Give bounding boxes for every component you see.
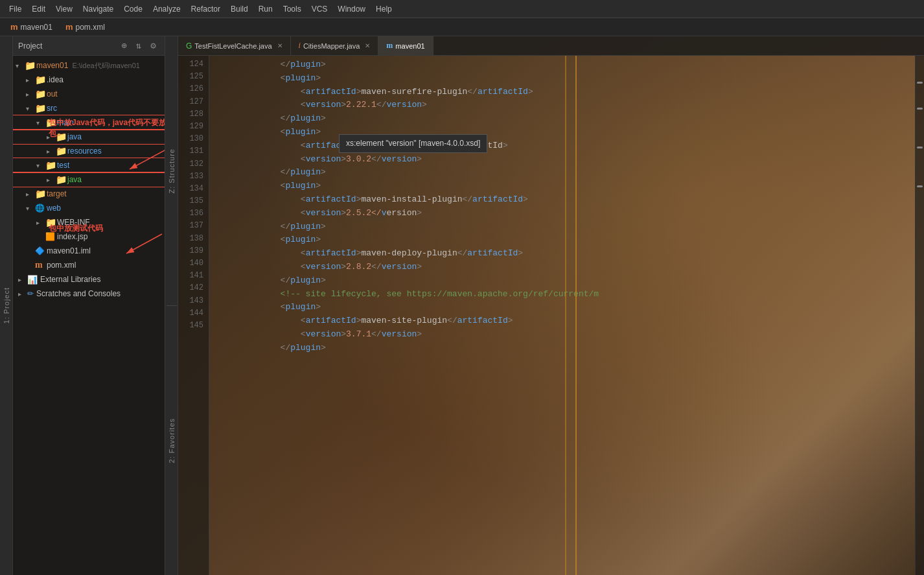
project-panel-label: 1: Project — [3, 287, 10, 323]
project-tab-maven01[interactable]: m maven01 — [5, 21, 58, 33]
tree-item-test[interactable]: ▾ 📁 test — [13, 158, 178, 172]
folder-icon: 📁 — [35, 189, 47, 199]
side-panel-tabs: Z: Structure 2: Favorites — [165, 36, 178, 575]
code-line-136: </plugin> — [220, 220, 915, 234]
sidebar-left-label[interactable]: 1: Project — [0, 36, 13, 575]
tree-label-target: target — [47, 189, 67, 198]
scratches-icon: ✏ — [27, 289, 34, 298]
tree-item-main[interactable]: ▾ 📁 main — [13, 115, 178, 130]
scroll-marker-3 — [917, 147, 923, 148]
folder-icon: 📁 — [45, 160, 57, 170]
structure-label: Z: Structure — [168, 148, 176, 193]
tree-label-iml: maven01.iml — [47, 246, 91, 255]
tree-label-src: src — [47, 104, 57, 113]
tree-path: E:\idea代码\maven01 — [72, 61, 140, 71]
code-line-134: <artifactId>maven-install-plugin</artifa… — [220, 193, 915, 207]
sidebar-settings-icon[interactable]: ⚙ — [148, 39, 157, 53]
folder-icon: 📁 — [35, 103, 47, 113]
code-line-130: <artifactId>maven-jar-plugin</artIfactId… — [220, 139, 915, 153]
menu-view[interactable]: View — [52, 3, 76, 15]
menu-refactor[interactable]: Refactor — [187, 3, 224, 15]
project-tab-pom-label: pom.xml — [76, 23, 105, 32]
scrollbar-gutter[interactable] — [915, 56, 924, 575]
arrow-icon: ▸ — [18, 276, 27, 283]
tree-label: maven01 — [36, 61, 68, 70]
tree-label-test-java: java — [67, 175, 82, 184]
tree-item-indexjsp[interactable]: 🟧 index.jsp — [13, 229, 178, 244]
vert-guide-1 — [565, 56, 566, 575]
maven-icon: m — [10, 22, 18, 32]
sidebar-add-icon[interactable]: ⊕ — [119, 39, 128, 53]
favorites-tab[interactable]: 2: Favorites — [167, 306, 177, 575]
tree-item-test-java[interactable]: ▸ 📁 java — [13, 172, 178, 187]
code-line-140: </plugin> — [220, 274, 915, 288]
menu-analyze[interactable]: Analyze — [149, 3, 185, 15]
tree-item-external[interactable]: ▸ 📊 External Libraries — [13, 272, 178, 287]
menu-help[interactable]: Help — [372, 3, 396, 15]
tree-label-webinf: WEB-INF — [57, 218, 90, 227]
tree-item-target[interactable]: ▸ 📁 target — [13, 187, 178, 201]
sidebar-title: Project — [18, 41, 114, 51]
code-line-145: </plugin> — [220, 342, 915, 355]
tree-item-out[interactable]: ▸ 📁 out — [13, 87, 178, 101]
code-line-138: <artifactId>maven-deploy-plugin</artifac… — [220, 247, 915, 261]
editor-tab-testfist[interactable]: G TestFistLevelCache.java ✕ — [178, 36, 291, 55]
menu-edit[interactable]: Edit — [28, 3, 49, 15]
line-numbers: 124 125 126 127 128 129 130 131 132 133 … — [178, 56, 209, 575]
arrow-icon: ▾ — [26, 205, 35, 212]
folder-icon: 🌐 — [35, 204, 47, 213]
arrow-icon: ▸ — [47, 148, 56, 155]
close-icon-testfist[interactable]: ✕ — [277, 42, 283, 49]
tree-item-main-java[interactable]: ▸ 📁 java — [13, 130, 178, 144]
tree-item-resources[interactable]: ▸ 📁 resources — [13, 144, 178, 158]
editor-tab-maven01[interactable]: m maven01 — [378, 36, 433, 55]
code-line-141: <!-- site lifecycle, see https://maven.a… — [220, 288, 915, 301]
menu-tools[interactable]: Tools — [279, 3, 305, 15]
arrow-icon: ▸ — [18, 290, 27, 298]
tree-label-pomxml: pom.xml — [47, 261, 76, 270]
sidebar-layout-icon[interactable]: ⇅ — [134, 39, 143, 53]
tree-item-iml[interactable]: 🔷 maven01.iml — [13, 244, 178, 258]
folder-icon: 📁 — [35, 89, 47, 99]
tree-item-maven01[interactable]: ▾ 📁 maven01 E:\idea代码\maven01 — [13, 58, 178, 73]
tab-icon-i: i — [299, 41, 301, 51]
scroll-marker-1 — [917, 82, 923, 84]
maven-file-icon: m — [35, 260, 47, 270]
close-icon-cities[interactable]: ✕ — [365, 42, 370, 49]
file-icon: 🟧 — [45, 232, 57, 241]
tree-label-resources: resources — [67, 147, 102, 156]
code-line-143: <artifactId>maven-site-plugin</artifactI… — [220, 314, 915, 328]
tree-item-webinf[interactable]: ▸ 📁 WEB-INF — [13, 215, 178, 229]
menu-run[interactable]: Run — [255, 3, 277, 15]
tree-label-main-java: java — [67, 132, 82, 141]
menu-vcs[interactable]: VCS — [308, 3, 332, 15]
project-tab-pomxml[interactable]: m pom.xml — [60, 21, 110, 33]
arrow-icon: ▸ — [47, 176, 56, 183]
scroll-marker-2 — [917, 108, 923, 110]
code-line-133: <plugin> — [220, 180, 915, 193]
menubar: File Edit View Navigate Code Analyze Ref… — [0, 0, 924, 18]
menu-file[interactable]: File — [5, 3, 25, 15]
structure-tab[interactable]: Z: Structure — [167, 36, 177, 306]
menu-navigate[interactable]: Navigate — [79, 3, 117, 15]
tree-label-out: out — [47, 89, 58, 99]
menu-build[interactable]: Build — [227, 3, 252, 15]
code-line-128: </plugin> — [220, 112, 915, 126]
folder-icon: 📁 — [45, 217, 57, 228]
arrow-icon: ▾ — [36, 119, 45, 126]
tree-item-web[interactable]: ▾ 🌐 web — [13, 201, 178, 215]
tree-item-pomxml[interactable]: m pom.xml — [13, 258, 178, 272]
tab-label-maven01: maven01 — [395, 42, 424, 50]
menu-code[interactable]: Code — [120, 3, 146, 15]
tree-item-scratches[interactable]: ▸ ✏ Scratches and Consoles — [13, 287, 178, 301]
favorites-label: 2: Favorites — [168, 418, 176, 463]
tree-item-src[interactable]: ▾ 📁 src — [13, 101, 178, 115]
editor-tab-cities[interactable]: i CitiesMapper.java ✕ — [291, 36, 379, 55]
folder-icon: 📁 — [35, 75, 47, 85]
code-editor: 124 125 126 127 128 129 130 131 132 133 … — [178, 56, 924, 575]
tree-item-idea[interactable]: ▸ 📁 .idea — [13, 73, 178, 87]
scroll-marker-4 — [917, 185, 923, 187]
arrow-icon: ▸ — [47, 134, 56, 141]
code-content[interactable]: xs:element "version" [maven-4.0.0.xsd] <… — [209, 56, 915, 575]
menu-window[interactable]: Window — [334, 3, 369, 15]
